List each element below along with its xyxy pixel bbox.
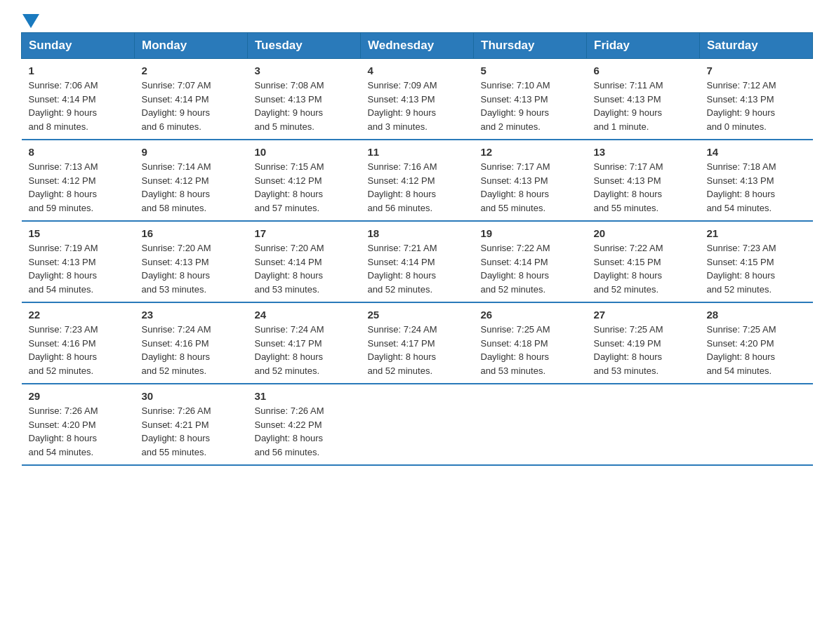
day-number: 31 bbox=[255, 390, 354, 402]
day-number: 18 bbox=[368, 227, 467, 239]
day-cell-16: 16Sunrise: 7:20 AMSunset: 4:13 PMDayligh… bbox=[135, 221, 248, 302]
day-number: 11 bbox=[368, 146, 467, 158]
day-cell-6: 6Sunrise: 7:11 AMSunset: 4:13 PMDaylight… bbox=[587, 59, 700, 140]
day-cell-14: 14Sunrise: 7:18 AMSunset: 4:13 PMDayligh… bbox=[700, 140, 813, 221]
day-info: Sunrise: 7:21 AMSunset: 4:14 PMDaylight:… bbox=[368, 241, 467, 296]
day-cell-23: 23Sunrise: 7:24 AMSunset: 4:16 PMDayligh… bbox=[135, 302, 248, 384]
day-info: Sunrise: 7:14 AMSunset: 4:12 PMDaylight:… bbox=[142, 160, 241, 215]
day-number: 13 bbox=[594, 146, 693, 158]
day-cell-3: 3Sunrise: 7:08 AMSunset: 4:13 PMDaylight… bbox=[248, 59, 361, 140]
day-cell-11: 11Sunrise: 7:16 AMSunset: 4:12 PMDayligh… bbox=[361, 140, 474, 221]
day-cell-21: 21Sunrise: 7:23 AMSunset: 4:15 PMDayligh… bbox=[700, 221, 813, 302]
day-number: 7 bbox=[707, 65, 806, 76]
day-info: Sunrise: 7:12 AMSunset: 4:13 PMDaylight:… bbox=[707, 79, 806, 133]
day-info: Sunrise: 7:24 AMSunset: 4:17 PMDaylight:… bbox=[368, 323, 467, 377]
header-thursday: Thursday bbox=[474, 33, 587, 59]
day-number: 3 bbox=[255, 65, 354, 76]
day-number: 16 bbox=[142, 227, 241, 239]
day-info: Sunrise: 7:19 AMSunset: 4:13 PMDaylight:… bbox=[29, 241, 128, 296]
day-number: 19 bbox=[481, 227, 580, 239]
day-info: Sunrise: 7:22 AMSunset: 4:15 PMDaylight:… bbox=[594, 241, 693, 296]
day-info: Sunrise: 7:17 AMSunset: 4:13 PMDaylight:… bbox=[594, 160, 693, 215]
header-monday: Monday bbox=[135, 33, 248, 59]
day-number: 30 bbox=[142, 390, 241, 402]
empty-cell bbox=[474, 384, 587, 465]
day-number: 21 bbox=[707, 227, 806, 239]
page-header bbox=[21, 14, 813, 25]
calendar-body: 1Sunrise: 7:06 AMSunset: 4:14 PMDaylight… bbox=[22, 59, 813, 466]
empty-cell bbox=[700, 384, 813, 465]
day-cell-24: 24Sunrise: 7:24 AMSunset: 4:17 PMDayligh… bbox=[248, 302, 361, 384]
day-info: Sunrise: 7:26 AMSunset: 4:21 PMDaylight:… bbox=[142, 404, 241, 459]
day-info: Sunrise: 7:25 AMSunset: 4:20 PMDaylight:… bbox=[707, 323, 806, 377]
day-number: 17 bbox=[255, 227, 354, 239]
day-number: 15 bbox=[29, 227, 128, 239]
day-info: Sunrise: 7:26 AMSunset: 4:22 PMDaylight:… bbox=[255, 404, 354, 459]
day-info: Sunrise: 7:20 AMSunset: 4:14 PMDaylight:… bbox=[255, 241, 354, 296]
day-number: 14 bbox=[707, 146, 806, 158]
day-number: 12 bbox=[481, 146, 580, 158]
day-number: 1 bbox=[29, 65, 128, 76]
day-cell-8: 8Sunrise: 7:13 AMSunset: 4:12 PMDaylight… bbox=[22, 140, 135, 221]
header-row: SundayMondayTuesdayWednesdayThursdayFrid… bbox=[22, 33, 813, 59]
logo bbox=[21, 14, 41, 25]
day-info: Sunrise: 7:17 AMSunset: 4:13 PMDaylight:… bbox=[481, 160, 580, 215]
day-cell-31: 31Sunrise: 7:26 AMSunset: 4:22 PMDayligh… bbox=[248, 384, 361, 465]
day-cell-5: 5Sunrise: 7:10 AMSunset: 4:13 PMDaylight… bbox=[474, 59, 587, 140]
day-cell-19: 19Sunrise: 7:22 AMSunset: 4:14 PMDayligh… bbox=[474, 221, 587, 302]
week-row-4: 22Sunrise: 7:23 AMSunset: 4:16 PMDayligh… bbox=[22, 302, 813, 384]
day-cell-1: 1Sunrise: 7:06 AMSunset: 4:14 PMDaylight… bbox=[22, 59, 135, 140]
logo-triangle-icon bbox=[22, 14, 39, 28]
day-number: 6 bbox=[594, 65, 693, 76]
header-friday: Friday bbox=[587, 33, 700, 59]
day-info: Sunrise: 7:24 AMSunset: 4:16 PMDaylight:… bbox=[142, 323, 241, 377]
day-cell-4: 4Sunrise: 7:09 AMSunset: 4:13 PMDaylight… bbox=[361, 59, 474, 140]
day-info: Sunrise: 7:11 AMSunset: 4:13 PMDaylight:… bbox=[594, 79, 693, 133]
day-number: 28 bbox=[707, 309, 806, 321]
day-info: Sunrise: 7:25 AMSunset: 4:18 PMDaylight:… bbox=[481, 323, 580, 377]
header-sunday: Sunday bbox=[22, 33, 135, 59]
calendar-header: SundayMondayTuesdayWednesdayThursdayFrid… bbox=[22, 33, 813, 59]
day-number: 2 bbox=[142, 65, 241, 76]
day-cell-30: 30Sunrise: 7:26 AMSunset: 4:21 PMDayligh… bbox=[135, 384, 248, 465]
day-info: Sunrise: 7:25 AMSunset: 4:19 PMDaylight:… bbox=[594, 323, 693, 377]
empty-cell bbox=[361, 384, 474, 465]
day-info: Sunrise: 7:07 AMSunset: 4:14 PMDaylight:… bbox=[142, 79, 241, 133]
day-cell-12: 12Sunrise: 7:17 AMSunset: 4:13 PMDayligh… bbox=[474, 140, 587, 221]
calendar-table: SundayMondayTuesdayWednesdayThursdayFrid… bbox=[21, 32, 813, 466]
day-cell-18: 18Sunrise: 7:21 AMSunset: 4:14 PMDayligh… bbox=[361, 221, 474, 302]
day-number: 22 bbox=[29, 309, 128, 321]
week-row-3: 15Sunrise: 7:19 AMSunset: 4:13 PMDayligh… bbox=[22, 221, 813, 302]
empty-cell bbox=[587, 384, 700, 465]
header-wednesday: Wednesday bbox=[361, 33, 474, 59]
day-number: 8 bbox=[29, 146, 128, 158]
week-row-2: 8Sunrise: 7:13 AMSunset: 4:12 PMDaylight… bbox=[22, 140, 813, 221]
day-number: 25 bbox=[368, 309, 467, 321]
day-number: 4 bbox=[368, 65, 467, 76]
day-cell-28: 28Sunrise: 7:25 AMSunset: 4:20 PMDayligh… bbox=[700, 302, 813, 384]
day-number: 9 bbox=[142, 146, 241, 158]
day-info: Sunrise: 7:23 AMSunset: 4:15 PMDaylight:… bbox=[707, 241, 806, 296]
day-info: Sunrise: 7:08 AMSunset: 4:13 PMDaylight:… bbox=[255, 79, 354, 133]
day-cell-7: 7Sunrise: 7:12 AMSunset: 4:13 PMDaylight… bbox=[700, 59, 813, 140]
week-row-5: 29Sunrise: 7:26 AMSunset: 4:20 PMDayligh… bbox=[22, 384, 813, 465]
day-number: 10 bbox=[255, 146, 354, 158]
day-info: Sunrise: 7:18 AMSunset: 4:13 PMDaylight:… bbox=[707, 160, 806, 215]
day-cell-27: 27Sunrise: 7:25 AMSunset: 4:19 PMDayligh… bbox=[587, 302, 700, 384]
day-info: Sunrise: 7:20 AMSunset: 4:13 PMDaylight:… bbox=[142, 241, 241, 296]
day-info: Sunrise: 7:24 AMSunset: 4:17 PMDaylight:… bbox=[255, 323, 354, 377]
day-number: 24 bbox=[255, 309, 354, 321]
week-row-1: 1Sunrise: 7:06 AMSunset: 4:14 PMDaylight… bbox=[22, 59, 813, 140]
day-info: Sunrise: 7:15 AMSunset: 4:12 PMDaylight:… bbox=[255, 160, 354, 215]
day-info: Sunrise: 7:09 AMSunset: 4:13 PMDaylight:… bbox=[368, 79, 467, 133]
day-number: 29 bbox=[29, 390, 128, 402]
day-number: 23 bbox=[142, 309, 241, 321]
day-number: 26 bbox=[481, 309, 580, 321]
header-tuesday: Tuesday bbox=[248, 33, 361, 59]
day-info: Sunrise: 7:16 AMSunset: 4:12 PMDaylight:… bbox=[368, 160, 467, 215]
day-cell-9: 9Sunrise: 7:14 AMSunset: 4:12 PMDaylight… bbox=[135, 140, 248, 221]
day-number: 5 bbox=[481, 65, 580, 76]
day-cell-2: 2Sunrise: 7:07 AMSunset: 4:14 PMDaylight… bbox=[135, 59, 248, 140]
day-number: 27 bbox=[594, 309, 693, 321]
day-cell-25: 25Sunrise: 7:24 AMSunset: 4:17 PMDayligh… bbox=[361, 302, 474, 384]
